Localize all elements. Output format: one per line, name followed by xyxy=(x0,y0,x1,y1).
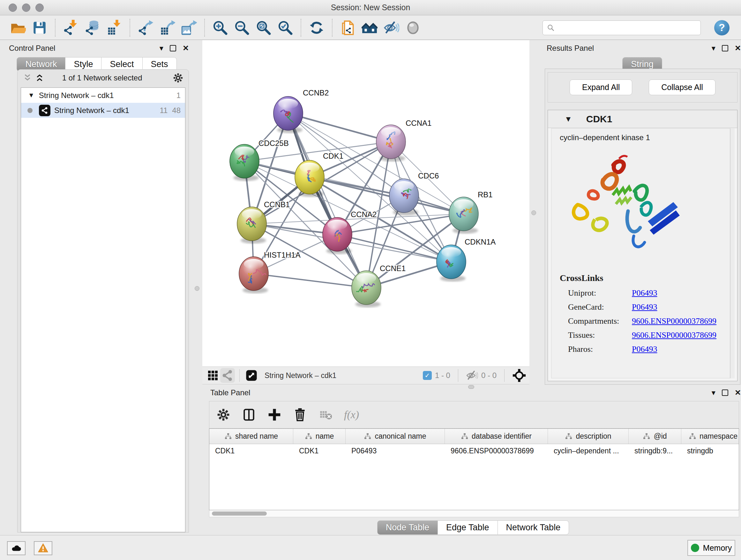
delete-column-icon[interactable] xyxy=(293,408,307,422)
highlight-eye-icon[interactable] xyxy=(404,18,422,37)
table-row[interactable]: CDK1CDK1P064939606.ENSP00000378699cyclin… xyxy=(209,444,739,459)
cloud-status-button[interactable] xyxy=(7,541,25,555)
delete-table-icon[interactable] xyxy=(319,408,333,422)
hide-glasses-eye-icon[interactable] xyxy=(382,18,401,37)
node-CCNE1[interactable]: CCNE1 xyxy=(352,264,406,307)
zoom-fit-icon[interactable] xyxy=(254,18,273,37)
table-panel-close-icon[interactable]: ✕ xyxy=(735,388,741,397)
scrollbar-thumb[interactable] xyxy=(212,511,267,516)
edge-CCNB2-CCNE1[interactable] xyxy=(288,113,366,288)
table-panel-float-icon[interactable]: ▾ xyxy=(712,388,716,397)
column-header-description[interactable]: description xyxy=(548,429,629,444)
table-options-gear-icon[interactable] xyxy=(216,408,230,422)
right-splitter-handle[interactable] xyxy=(531,210,536,215)
column-header-canonical-name[interactable]: canonical name xyxy=(346,429,445,444)
column-header-@id[interactable]: @id xyxy=(629,429,681,444)
tab-node-table[interactable]: Node Table xyxy=(377,520,438,535)
crosslink-link[interactable]: P06493 xyxy=(632,288,657,298)
control-panel-maximize-icon[interactable] xyxy=(170,45,176,51)
table-panel-maximize-icon[interactable] xyxy=(722,389,728,396)
string-document-share-icon[interactable] xyxy=(339,18,357,37)
import-network-from-file-icon[interactable] xyxy=(62,18,80,37)
table-cell[interactable]: CDK1 xyxy=(209,444,293,459)
collection-collapse-caret[interactable]: ▼ xyxy=(28,91,35,99)
node-CCNB2[interactable]: CCNB2 xyxy=(273,88,329,133)
node-CDC25B[interactable]: CDC25B xyxy=(230,139,289,181)
table-cell[interactable]: stringdb:9... xyxy=(629,444,681,459)
search-input[interactable] xyxy=(557,23,697,32)
detach-view-icon[interactable] xyxy=(244,368,259,383)
tab-network-table[interactable]: Network Table xyxy=(498,520,569,535)
node-RB1[interactable]: RB1 xyxy=(449,190,493,234)
column-header-shared-name[interactable]: shared name xyxy=(209,429,293,444)
table-cell[interactable]: 9606.ENSP00000378699 xyxy=(445,444,548,459)
left-splitter-handle[interactable] xyxy=(195,286,199,291)
network-name: String Network – cdk1 xyxy=(54,106,129,115)
column-header-namespace[interactable]: namespace xyxy=(681,429,739,444)
control-panel: Control Panel ▾ ✕ NetworkStyleSelectSets… xyxy=(4,42,189,533)
crosslink-link[interactable]: P06493 xyxy=(632,302,657,312)
edge-CDK1-RB1[interactable] xyxy=(310,177,464,214)
memory-button[interactable]: Memory xyxy=(687,540,735,556)
open-session-icon[interactable] xyxy=(9,18,27,37)
expand-all-button[interactable]: Expand All xyxy=(569,79,632,95)
network-row[interactable]: String Network – cdk1 11 48 xyxy=(21,103,185,118)
crosslink-link[interactable]: 9606.ENSP00000378699 xyxy=(632,330,717,340)
export-table-icon[interactable] xyxy=(158,18,177,37)
search-field[interactable] xyxy=(542,20,701,35)
node-table[interactable]: shared namenamecanonical namedatabase id… xyxy=(209,428,739,510)
table-cell[interactable]: stringdb xyxy=(681,444,739,459)
node-CDKN1A[interactable]: CDKN1A xyxy=(436,238,495,282)
column-header-database-identifier[interactable]: database identifier xyxy=(445,429,548,444)
network-collection-row[interactable]: ▼ String Network – cdk1 1 xyxy=(21,88,185,103)
bottom-splitter-handle[interactable] xyxy=(468,385,474,389)
collapse-all-button[interactable]: Collapse All xyxy=(649,79,716,95)
control-panel-float-icon[interactable]: ▾ xyxy=(159,44,163,53)
warnings-button[interactable] xyxy=(34,541,52,555)
function-builder-icon[interactable]: f(x) xyxy=(344,409,359,421)
cloud-icon xyxy=(11,543,22,554)
zoom-out-icon[interactable] xyxy=(232,18,251,37)
import-network-from-database-icon[interactable] xyxy=(83,18,102,37)
results-scrollbar[interactable] xyxy=(730,128,735,378)
crosslink-link[interactable]: P06493 xyxy=(632,345,657,354)
collapse-all-networks-icon[interactable] xyxy=(23,73,32,83)
import-table-from-file-icon[interactable] xyxy=(105,18,124,37)
string-network-graph[interactable]: CCNB2CCNA1CDC25BCDK1CDC6RB1CCNB1CCNA2CDK… xyxy=(202,40,529,367)
save-session-icon[interactable] xyxy=(30,18,49,37)
add-column-icon[interactable] xyxy=(267,408,281,422)
gene-section-header[interactable]: ▼ CDK1 xyxy=(548,110,737,128)
results-panel-close-icon[interactable]: ✕ xyxy=(735,44,741,53)
results-panel-maximize-icon[interactable] xyxy=(722,45,728,51)
gene-collapse-caret[interactable]: ▼ xyxy=(564,115,572,124)
hidden-eye-icon[interactable] xyxy=(466,369,478,381)
table-horizontal-scrollbar[interactable] xyxy=(209,510,739,517)
node-CCNB1[interactable]: CCNB1 xyxy=(237,200,290,244)
show-columns-icon[interactable] xyxy=(242,408,256,422)
network-options-gear-icon[interactable] xyxy=(173,72,184,83)
edge-HIST1H1A-CCNE1[interactable] xyxy=(254,273,366,288)
selected-checkbox-icon[interactable]: ✓ xyxy=(423,371,432,380)
crosslink-link[interactable]: 9606.ENSP00000378699 xyxy=(632,316,717,326)
zoom-selected-icon[interactable] xyxy=(276,18,294,37)
string-home-houses-icon[interactable] xyxy=(360,18,379,37)
birds-eye-view-icon[interactable] xyxy=(512,368,526,382)
zoom-in-icon[interactable] xyxy=(211,18,229,37)
column-header-name[interactable]: name xyxy=(293,429,346,444)
expand-all-networks-icon[interactable] xyxy=(35,73,44,83)
table-cell[interactable]: cyclin–dependent ... xyxy=(548,444,629,459)
network-share-icon[interactable] xyxy=(220,368,235,383)
table-cell[interactable]: P06493 xyxy=(346,444,445,459)
grid-view-icon[interactable] xyxy=(205,368,220,383)
tab-edge-table[interactable]: Edge Table xyxy=(438,520,498,535)
control-panel-close-icon[interactable]: ✕ xyxy=(183,44,189,53)
results-panel-float-icon[interactable]: ▾ xyxy=(712,44,716,53)
node-CCNA1[interactable]: CCNA1 xyxy=(376,119,431,162)
table-cell[interactable]: CDK1 xyxy=(293,444,346,459)
export-network-icon[interactable] xyxy=(136,18,155,37)
export-image-icon[interactable] xyxy=(180,18,198,37)
network-view-canvas[interactable]: CCNB2CCNA1CDC25BCDK1CDC6RB1CCNB1CCNA2CDK… xyxy=(202,40,529,367)
node-HIST1H1A[interactable]: HIST1H1A xyxy=(239,251,300,294)
help-button[interactable]: ? xyxy=(714,20,730,36)
refresh-layout-icon[interactable] xyxy=(307,18,326,37)
